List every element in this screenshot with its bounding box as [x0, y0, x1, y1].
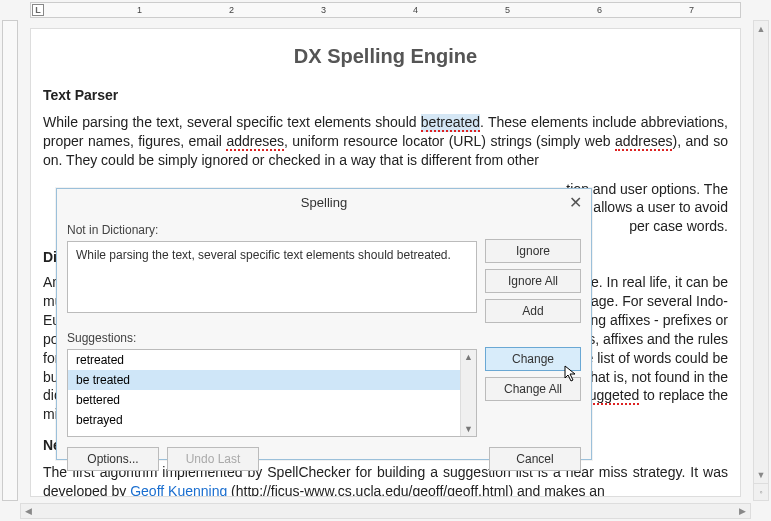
close-icon: ✕ — [569, 189, 582, 217]
suggestions-scrollbar[interactable]: ▲ ▼ — [460, 350, 476, 436]
not-in-dictionary-label: Not in Dictionary: — [67, 223, 477, 237]
ruler-tick-label: 6 — [597, 5, 602, 15]
paragraph: While parsing the text, several specific… — [43, 113, 728, 170]
scroll-down-icon[interactable]: ▼ — [754, 467, 768, 482]
horizontal-ruler[interactable]: L 1234567 — [30, 2, 741, 18]
suggestion-item[interactable]: betrayed — [68, 410, 460, 430]
ignore-button[interactable]: Ignore — [485, 239, 581, 263]
change-button[interactable]: Change — [485, 347, 581, 371]
misspelled-word: betreated — [421, 114, 480, 132]
misspelled-word: addreses — [615, 133, 673, 151]
ruler-tick-label: 3 — [321, 5, 326, 15]
ignore-all-button[interactable]: Ignore All — [485, 269, 581, 293]
suggestions-label: Suggestions: — [67, 331, 477, 345]
ruler-tick-label: 4 — [413, 5, 418, 15]
scroll-up-icon[interactable]: ▲ — [754, 21, 768, 36]
horizontal-scrollbar[interactable]: ◀ ▶ — [20, 503, 751, 519]
scroll-right-icon[interactable]: ▶ — [735, 504, 750, 518]
suggestion-item[interactable]: be treated — [68, 370, 460, 390]
suggestions-listbox[interactable]: retreatedbe treatedbetteredbetrayed ▲ ▼ — [67, 349, 477, 437]
scroll-left-icon[interactable]: ◀ — [21, 504, 36, 518]
misspelled-word: addreses — [226, 133, 284, 151]
ruler-tick-label: 5 — [505, 5, 510, 15]
scroll-down-icon[interactable]: ▼ — [461, 422, 476, 436]
not-in-dictionary-field[interactable] — [67, 241, 477, 313]
suggestion-item[interactable]: bettered — [68, 390, 460, 410]
undo-last-button[interactable]: Undo Last — [167, 447, 259, 471]
page-nav-icon[interactable]: ◦ — [754, 483, 768, 500]
tab-marker[interactable]: L — [32, 4, 44, 16]
vertical-ruler[interactable] — [2, 20, 18, 501]
spelling-dialog: Spelling ✕ Not in Dictionary: Ignore Ign… — [56, 188, 592, 460]
ruler-tick-label: 7 — [689, 5, 694, 15]
section-heading: Text Parser — [43, 86, 728, 105]
ruler-tick-label: 2 — [229, 5, 234, 15]
vertical-scrollbar[interactable]: ▲ ▼ ◦ — [753, 20, 769, 501]
page-title: DX Spelling Engine — [43, 43, 728, 70]
change-all-button[interactable]: Change All — [485, 377, 581, 401]
ruler-tick-label: 1 — [137, 5, 142, 15]
add-button[interactable]: Add — [485, 299, 581, 323]
dialog-title: Spelling ✕ — [57, 189, 591, 217]
suggestion-item[interactable]: retreated — [68, 350, 460, 370]
hyperlink[interactable]: Geoff Kuenning — [130, 483, 227, 497]
cancel-button[interactable]: Cancel — [489, 447, 581, 471]
options-button[interactable]: Options... — [67, 447, 159, 471]
scroll-up-icon[interactable]: ▲ — [461, 350, 476, 364]
close-button[interactable]: ✕ — [565, 193, 585, 213]
